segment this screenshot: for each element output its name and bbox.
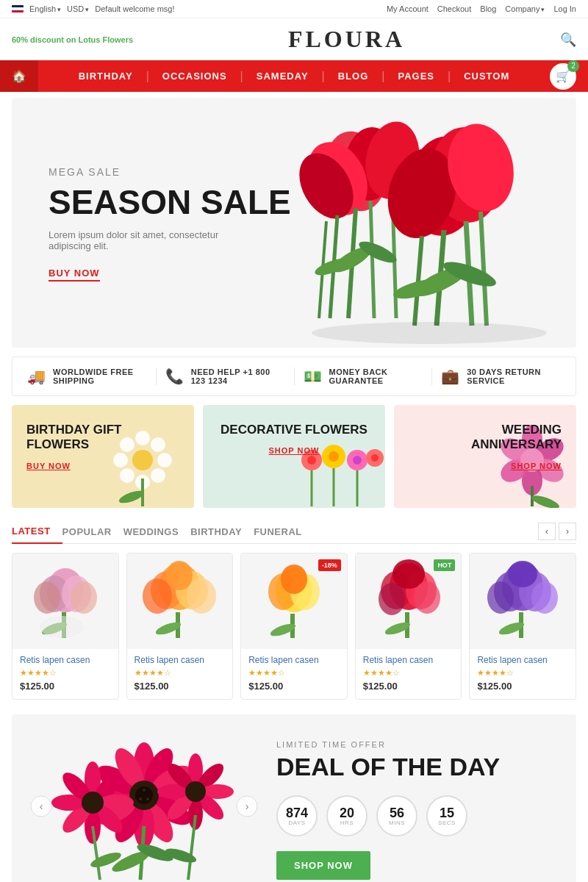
cat-wedding-cta[interactable]: SHOP NOW: [511, 462, 562, 470]
company-dropdown[interactable]: Company: [505, 4, 545, 13]
product-name-4[interactable]: Retis lapen casen: [477, 655, 568, 665]
svg-point-87: [414, 581, 440, 614]
svg-point-86: [379, 583, 405, 615]
promo-percent: 60%: [12, 35, 28, 44]
tab-weddings[interactable]: WEDDINGS: [123, 520, 191, 543]
count-mins-num: 56: [390, 806, 404, 820]
cat-decorative-title: DECORATIVE FLOWERS: [220, 423, 368, 437]
my-account-link[interactable]: My Account: [387, 4, 429, 13]
hero-title: SEASON SALE: [49, 184, 291, 221]
product-image-0: [12, 553, 118, 649]
cart-badge: 2: [567, 60, 579, 72]
nav-custom[interactable]: CUSTOM: [451, 60, 523, 92]
cat-decorative-cta[interactable]: SHOP NOW: [269, 446, 320, 455]
product-name-1[interactable]: Retis lapen casen: [135, 655, 226, 665]
svg-point-24: [312, 322, 547, 344]
top-bar-right: My Account Checkout Blog Company Log In: [387, 4, 576, 13]
product-name-3[interactable]: Retis lapen casen: [363, 655, 454, 665]
product-image-4: [470, 553, 576, 649]
category-wedding: WEEDING ANNIVERSARY SHOP NOW: [394, 405, 576, 508]
deal-tag: LIMITED TIME OFFER: [276, 740, 562, 749]
checkout-link[interactable]: Checkout: [437, 4, 471, 13]
svg-point-37: [307, 456, 316, 465]
product-info-3: Retis lapen casen ★★★★☆ $125.00: [356, 649, 462, 692]
product-stars-2: ★★★★☆: [248, 668, 340, 678]
tab-latest[interactable]: LATEST: [12, 520, 62, 544]
phone-icon: 📞: [165, 368, 184, 385]
count-hrs-num: 20: [340, 806, 354, 820]
svg-point-95: [531, 581, 558, 614]
home-nav-button[interactable]: 🏠: [0, 60, 38, 92]
product-stars-3: ★★★★☆: [363, 668, 454, 678]
feature-shipping-label: WORLDWIDE FREE SHIPPING: [53, 368, 147, 385]
product-tabs: LATEST POPULAR WEDDINGS BIRTHDAY FUNERAL…: [12, 520, 576, 544]
svg-text:›: ›: [245, 800, 249, 812]
svg-point-28: [151, 468, 165, 483]
svg-point-30: [120, 468, 135, 483]
count-hrs-label: HRS: [340, 820, 354, 826]
return-icon: 💼: [441, 368, 459, 385]
svg-point-43: [371, 454, 379, 462]
product-name-0[interactable]: Retis lapen casen: [20, 655, 111, 665]
welcome-message: Default welcome msg!: [95, 4, 174, 13]
currency-chevron: [85, 4, 89, 13]
cat-wedding-title: WEEDING ANNIVERSARY: [409, 423, 562, 453]
tab-arrows: ‹ ›: [538, 523, 576, 540]
nav-occasions[interactable]: OCCASIONS: [149, 60, 240, 92]
shipping-icon: 🚚: [27, 368, 46, 385]
blog-link[interactable]: Blog: [480, 4, 496, 13]
search-button[interactable]: 🔍: [560, 32, 576, 48]
tab-popular[interactable]: POPULAR: [62, 520, 123, 543]
prev-arrow[interactable]: ‹: [538, 523, 556, 540]
nav-pages[interactable]: PAGES: [384, 60, 448, 92]
product-stars-0: ★★★★☆: [20, 668, 111, 678]
nav-sameday[interactable]: SAMEDAY: [243, 60, 322, 92]
count-mins-label: MINS: [389, 820, 405, 826]
products-section: LATEST POPULAR WEDDINGS BIRTHDAY FUNERAL…: [12, 520, 576, 700]
cart-button[interactable]: 🛒 2: [550, 63, 576, 90]
product-card-1: Retis lapen casen ★★★★☆ $125.00: [126, 553, 234, 700]
deal-flowers: ‹ ›: [26, 736, 262, 882]
count-secs-num: 15: [440, 806, 454, 820]
currency-dropdown[interactable]: USD: [67, 4, 89, 13]
deal-cta-button[interactable]: SHOP NOW: [276, 851, 370, 880]
count-hrs: 20 HRS: [326, 795, 368, 836]
language-dropdown[interactable]: English: [29, 4, 61, 13]
product-stars-4: ★★★★☆: [477, 668, 568, 678]
feature-return-label: 30 DAYS RETURN SERVICE: [467, 368, 561, 385]
nav-blog[interactable]: BLOG: [325, 60, 382, 92]
top-bar: English USD Default welcome msg! My Acco…: [0, 0, 588, 18]
feature-shipping: 🚚 WORLDWIDE FREE SHIPPING: [18, 368, 157, 385]
login-link[interactable]: Log In: [553, 4, 576, 13]
svg-point-39: [329, 451, 339, 462]
features-bar: 🚚 WORLDWIDE FREE SHIPPING 📞 NEED HELP +1…: [12, 356, 576, 396]
svg-point-113: [143, 789, 146, 792]
svg-point-64: [40, 616, 84, 638]
feature-phone: 📞 NEED HELP +1 800 123 1234: [157, 368, 295, 385]
header: 60% discount on Lotus Flowers FLOURA 🔍: [0, 18, 588, 60]
tab-birthday[interactable]: BIRTHDAY: [190, 520, 254, 543]
countdown: 874 DAYS 20 HRS 56 MINS 15 SECS: [276, 795, 562, 836]
svg-line-20: [481, 212, 487, 326]
tab-funeral[interactable]: FUNERAL: [254, 520, 314, 543]
cat-birthday-cta[interactable]: BUY NOW: [26, 462, 179, 470]
svg-point-96: [508, 561, 537, 587]
svg-point-70: [187, 578, 216, 614]
svg-line-6: [370, 201, 374, 318]
svg-point-61: [71, 581, 97, 614]
svg-point-41: [353, 456, 362, 465]
svg-point-55: [530, 493, 561, 508]
count-mins: 56 MINS: [376, 795, 417, 836]
svg-point-78: [281, 564, 307, 594]
nav-birthday[interactable]: BIRTHDAY: [65, 60, 146, 92]
product-image-2: -18%: [241, 553, 347, 649]
hero-cta-button[interactable]: BUY NOW: [49, 268, 100, 282]
product-card-4: Retis lapen casen ★★★★☆ $125.00: [469, 553, 576, 700]
hero-banner: MEGA SALE SEASON SALE Lorem ipsum dolor …: [12, 98, 576, 348]
product-name-2[interactable]: Retis lapen casen: [248, 655, 340, 665]
promo-description: discount on Lotus Flowers: [30, 35, 133, 44]
hero-subtitle: Lorem ipsum dolor sit amet, consectetur …: [49, 229, 240, 251]
next-arrow[interactable]: ›: [559, 523, 576, 540]
product-info-1: Retis lapen casen ★★★★☆ $125.00: [127, 649, 233, 692]
deal-content: LIMITED TIME OFFER DEAL OF THE DAY 874 D…: [262, 740, 562, 880]
